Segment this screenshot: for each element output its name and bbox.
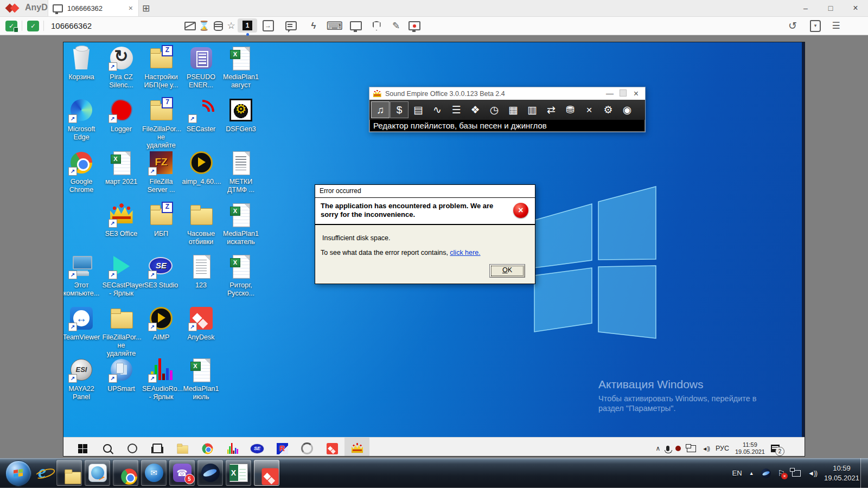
desktop-icon[interactable]: 7FileZillaPor... не удаляйте <box>142 98 180 149</box>
se-minimize-button[interactable]: — <box>606 89 614 98</box>
desktop-icon[interactable]: ↗Microsoft Edge <box>63 98 100 142</box>
actions-lightning-icon[interactable]: ϟ <box>307 17 320 35</box>
tray-chevron-icon[interactable]: ∧ <box>656 445 661 452</box>
local-clock[interactable]: 10:5919.05.2021 <box>824 464 859 483</box>
se-tool-playlist-editor-icon[interactable]: ♫ <box>371 101 390 118</box>
desktop-icon[interactable]: PSEUDO ENER... <box>182 46 220 89</box>
desktop-icon[interactable]: ↗SE3 Studio <box>142 254 180 290</box>
se-tool-schedule-list-icon[interactable]: ☰ <box>447 101 465 118</box>
local-taskbar-item-swoosh-app[interactable] <box>197 460 223 486</box>
desktop-icon[interactable]: Часовые отбивки <box>182 202 220 246</box>
taskbar-item-r-app[interactable]: R <box>270 438 295 456</box>
se-maximize-button[interactable] <box>620 89 627 97</box>
se-tool-exchange-icon[interactable]: ⇄ <box>542 101 560 118</box>
desktop-icon[interactable]: aimp_4.60.... <box>182 150 220 186</box>
se-tool-journal-icon[interactable]: ▥ <box>523 101 541 118</box>
remote-scrollbar[interactable] <box>802 42 805 456</box>
se-tool-document-icon[interactable]: ▤ <box>409 101 427 118</box>
se-tool-waveform-icon[interactable]: ∿ <box>428 101 446 118</box>
desktop-icon[interactable]: FileZillaPor... не удаляйте <box>103 306 141 357</box>
speaker-icon[interactable]: ◄)) <box>808 470 817 477</box>
taskbar-item-explorer[interactable] <box>170 438 195 456</box>
new-session-button[interactable]: ⊞ <box>142 3 150 14</box>
whiteboard-pen-icon[interactable]: ✎ <box>390 17 403 35</box>
hourglass-icon[interactable]: ⌛ <box>197 17 210 35</box>
error-report-link[interactable]: click here. <box>450 249 480 256</box>
taskbar-item-sound-empire-office[interactable] <box>344 438 369 456</box>
action-center-flag-icon[interactable]: ⚐× <box>778 468 785 478</box>
monitor-select-button[interactable]: 1 <box>238 18 257 33</box>
file-transfer-icon[interactable]: → <box>261 17 275 35</box>
desktop-icon[interactable]: ↗SECaster <box>182 98 220 133</box>
internet-explorer-icon[interactable]: e <box>34 461 56 484</box>
remote-desktop-view[interactable]: Корзина↗Pira CZ Silenc...ZНастройки ИБП(… <box>63 42 805 456</box>
keyboard-icon[interactable]: ⌨ <box>328 17 342 35</box>
display-settings-icon[interactable] <box>349 17 362 35</box>
microphone-icon[interactable] <box>666 446 669 451</box>
se-tool-view-icon[interactable]: ◉ <box>618 101 636 118</box>
remote-clock[interactable]: 11:5919.05.2021 <box>735 441 765 455</box>
menu-icon[interactable]: ☰ <box>829 17 843 35</box>
taskbar-item-chrome[interactable] <box>195 438 220 456</box>
desktop-icon[interactable]: МЕТКИ ДТМФ ... <box>222 150 260 194</box>
desktop-icon[interactable]: ↗Google Chrome <box>63 150 100 194</box>
se-tool-database-icon[interactable]: ⛃ <box>561 101 579 118</box>
local-taskbar-item-explorer[interactable] <box>56 460 82 486</box>
desktop-icon[interactable]: ↗FileZilla Server ... <box>142 150 180 194</box>
se-close-button[interactable]: × <box>634 89 639 98</box>
se-tool-settings-icon[interactable]: ⚙ <box>599 101 617 118</box>
local-taskbar-item-media-player[interactable]: ▶ <box>85 460 110 486</box>
desktop-icon[interactable]: MediaPlan1 искатель <box>222 202 260 246</box>
desktop-icon[interactable]: MediaPlan1 август <box>222 46 260 89</box>
se-tool-grid-icon[interactable]: ▦ <box>504 101 522 118</box>
window-maximize-button[interactable]: □ <box>818 0 843 16</box>
local-taskbar-item-anydesk[interactable] <box>254 460 279 486</box>
desktop-icon[interactable]: ↗SE3 Office <box>103 202 141 238</box>
taskbar-item-cortana[interactable] <box>120 438 145 456</box>
error-dialog-title[interactable]: Error occurred <box>315 185 535 198</box>
desktop-icon[interactable]: ↗Logger <box>103 98 141 133</box>
tab-close-icon[interactable]: × <box>127 4 134 12</box>
show-desktop-button[interactable] <box>860 458 868 488</box>
history-icon[interactable]: ↺ <box>786 17 800 35</box>
local-taskbar-item-chrome[interactable] <box>113 460 138 486</box>
desktop-icon[interactable]: Риторг, Русско... <box>222 254 260 298</box>
desktop-icon[interactable]: ↗Pira CZ Silenc... <box>103 46 141 89</box>
desktop-icon[interactable]: ↗TeamViewer <box>63 306 100 342</box>
desktop-icon[interactable]: ↗AIMP <box>142 306 180 342</box>
desktop-icon[interactable]: 123 <box>182 254 220 290</box>
chat-icon[interactable] <box>284 17 297 35</box>
desktop-icon[interactable]: MediaPlan1 июль <box>182 357 220 401</box>
taskbar-item-anydesk[interactable] <box>320 438 344 456</box>
volume-icon[interactable]: ◄)) <box>702 446 710 452</box>
se-tool-billing-icon[interactable]: $ <box>390 101 409 118</box>
local-language-indicator[interactable]: EN <box>732 469 742 477</box>
start-orb[interactable] <box>5 460 31 486</box>
desktop-icon[interactable]: март 2021 <box>103 150 141 186</box>
desktop-icon[interactable]: ZИБП <box>142 202 180 238</box>
se-tool-satellite-icon[interactable]: ❖ <box>466 101 484 118</box>
desktop-icon[interactable]: ↗AnyDesk <box>182 306 220 342</box>
desktop-icon[interactable]: DSFGen3 <box>222 98 260 133</box>
taskbar-item-search[interactable] <box>95 438 120 456</box>
ok-button[interactable]: OK <box>489 264 525 278</box>
favorite-star-icon[interactable]: ☆ <box>225 17 238 35</box>
remote-language-indicator[interactable]: РУС <box>716 445 729 452</box>
record-session-icon[interactable] <box>408 17 421 35</box>
desktop-icon[interactable]: ↗MAYA22 Panel <box>63 357 100 401</box>
storage-icon[interactable] <box>212 17 225 35</box>
taskbar-item-se-app[interactable]: SE <box>245 438 270 456</box>
desktop-icon[interactable]: ↗SECastPlayer - Ярлык <box>103 254 141 298</box>
taskbar-item-audio-router[interactable] <box>220 438 245 456</box>
local-taskbar-item-viber[interactable]: ☎5 <box>169 460 195 486</box>
desktop-icon[interactable]: Корзина <box>63 46 100 81</box>
se-window-titlebar[interactable]: Sound Empire Office 3.0.0.123 Beta 2.4 —… <box>369 87 645 100</box>
recording-dot-icon[interactable] <box>675 446 681 451</box>
permissions-shield-icon[interactable] <box>370 17 383 35</box>
privacy-mode-icon[interactable] <box>183 17 196 35</box>
local-taskbar-item-excel[interactable]: X <box>226 460 251 486</box>
tray-expand-icon[interactable]: ▲ <box>749 471 754 476</box>
desktop-icon[interactable]: ↗Этот компьюте... <box>63 254 100 298</box>
window-minimize-button[interactable]: – <box>793 0 818 16</box>
taskbar-item-start[interactable] <box>70 438 95 456</box>
